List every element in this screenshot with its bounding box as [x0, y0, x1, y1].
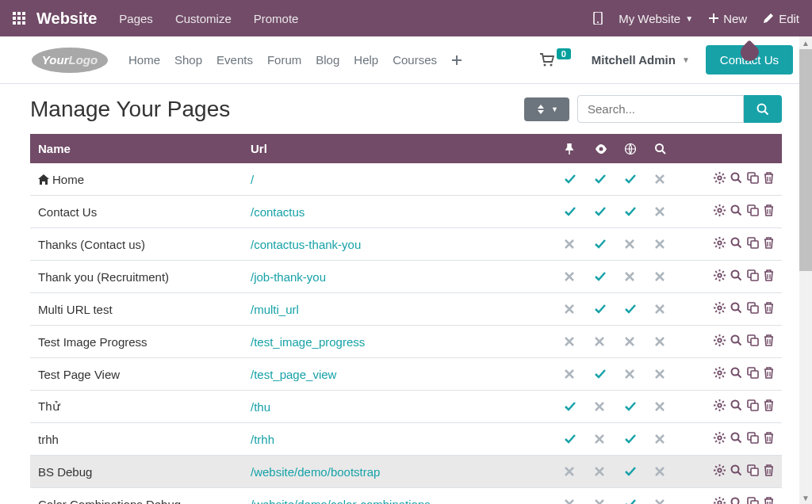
cell-visible[interactable]	[588, 261, 619, 293]
manage-icon[interactable]	[714, 334, 726, 346]
website-selector[interactable]: My Website ▼	[619, 12, 693, 25]
cell-pin[interactable]	[558, 326, 588, 358]
delete-icon[interactable]	[764, 367, 774, 379]
cell-indexed[interactable]	[649, 163, 679, 196]
scrollbar-up-icon[interactable]: ▲	[799, 36, 812, 49]
nav-courses[interactable]: Courses	[393, 53, 437, 67]
cell-visible[interactable]	[588, 326, 619, 358]
cell-published[interactable]	[619, 293, 649, 326]
preview-icon[interactable]	[730, 237, 742, 249]
clone-icon[interactable]	[747, 237, 759, 249]
cell-indexed[interactable]	[649, 196, 679, 228]
cell-visible[interactable]	[588, 163, 619, 196]
cell-published[interactable]	[619, 423, 649, 456]
page-url-link[interactable]: /thu	[251, 400, 270, 414]
clone-icon[interactable]	[747, 497, 759, 504]
manage-icon[interactable]	[714, 302, 726, 314]
preview-icon[interactable]	[730, 204, 742, 216]
cell-published[interactable]	[619, 196, 649, 228]
col-visible[interactable]	[588, 134, 619, 163]
cell-visible[interactable]	[588, 391, 619, 423]
page-url-link[interactable]: /test_image_progress	[251, 335, 365, 349]
nav-events[interactable]: Events	[216, 53, 253, 67]
edit-button[interactable]: Edit	[763, 12, 799, 25]
cell-published[interactable]	[619, 261, 649, 293]
scrollbar[interactable]: ▲ ▼	[799, 36, 812, 504]
contact-us-button[interactable]: Contact Us	[706, 45, 793, 74]
clone-icon[interactable]	[747, 302, 759, 314]
clone-icon[interactable]	[747, 204, 759, 216]
col-published[interactable]	[619, 134, 649, 163]
manage-icon[interactable]	[714, 497, 726, 504]
app-brand[interactable]: Website	[36, 10, 97, 28]
delete-icon[interactable]	[764, 497, 774, 504]
new-button[interactable]: New	[709, 12, 747, 25]
delete-icon[interactable]	[764, 399, 774, 411]
manage-icon[interactable]	[714, 432, 726, 444]
cell-visible[interactable]	[588, 358, 619, 391]
cell-published[interactable]	[619, 358, 649, 391]
cell-published[interactable]	[619, 488, 649, 505]
clone-icon[interactable]	[747, 334, 759, 346]
add-menu-icon[interactable]	[451, 55, 462, 66]
cell-indexed[interactable]	[649, 391, 679, 423]
col-name[interactable]: Name	[30, 134, 244, 163]
cell-pin[interactable]	[558, 261, 588, 293]
delete-icon[interactable]	[764, 172, 774, 184]
page-url-link[interactable]: /job-thank-you	[251, 270, 326, 284]
preview-icon[interactable]	[730, 367, 742, 379]
cell-pin[interactable]	[558, 293, 588, 326]
user-menu[interactable]: Mitchell Admin ▼	[592, 53, 690, 67]
page-url-link[interactable]: /contactus-thank-you	[251, 238, 361, 251]
clone-icon[interactable]	[747, 172, 759, 184]
preview-icon[interactable]	[730, 497, 742, 504]
page-url-link[interactable]: /website/demo/bootstrap	[251, 465, 380, 479]
cell-visible[interactable]	[588, 196, 619, 228]
cell-pin[interactable]	[558, 456, 588, 488]
sort-button[interactable]: ▼	[524, 97, 569, 121]
clone-icon[interactable]	[747, 367, 759, 379]
page-url-link[interactable]: /contactus	[251, 205, 304, 219]
manage-icon[interactable]	[714, 464, 726, 476]
cell-visible[interactable]	[588, 228, 619, 261]
cell-pin[interactable]	[558, 228, 588, 261]
cell-indexed[interactable]	[649, 326, 679, 358]
preview-icon[interactable]	[730, 172, 742, 184]
cell-published[interactable]	[619, 391, 649, 423]
delete-icon[interactable]	[764, 464, 774, 476]
page-url-link[interactable]: /website/demo/color-combinations	[251, 498, 431, 505]
col-indexed[interactable]	[649, 134, 679, 163]
mobile-preview-icon[interactable]	[593, 12, 603, 25]
manage-icon[interactable]	[714, 367, 726, 379]
cell-visible[interactable]	[588, 488, 619, 505]
nav-home[interactable]: Home	[128, 53, 160, 67]
apps-icon[interactable]	[13, 12, 25, 25]
site-logo[interactable]: YourLogo	[30, 44, 109, 76]
cell-indexed[interactable]	[649, 228, 679, 261]
nav-help[interactable]: Help	[354, 53, 378, 67]
manage-icon[interactable]	[714, 269, 726, 281]
scrollbar-thumb[interactable]	[799, 49, 812, 271]
clone-icon[interactable]	[747, 399, 759, 411]
delete-icon[interactable]	[764, 334, 774, 346]
cell-indexed[interactable]	[649, 358, 679, 391]
page-url-link[interactable]: /	[251, 173, 254, 186]
cell-pin[interactable]	[558, 423, 588, 456]
delete-icon[interactable]	[764, 432, 774, 444]
cart-button[interactable]: 0	[539, 53, 571, 67]
col-pin[interactable]	[558, 134, 588, 163]
nav-blog[interactable]: Blog	[316, 53, 339, 67]
cell-pin[interactable]	[558, 196, 588, 228]
scrollbar-down-icon[interactable]: ▼	[799, 491, 812, 504]
cell-published[interactable]	[619, 228, 649, 261]
manage-icon[interactable]	[714, 237, 726, 249]
delete-icon[interactable]	[764, 204, 774, 216]
col-url[interactable]: Url	[244, 134, 558, 163]
manage-icon[interactable]	[714, 204, 726, 216]
search-input[interactable]	[577, 95, 744, 123]
cell-published[interactable]	[619, 456, 649, 488]
manage-icon[interactable]	[714, 399, 726, 411]
preview-icon[interactable]	[730, 334, 742, 346]
cell-pin[interactable]	[558, 358, 588, 391]
clone-icon[interactable]	[747, 464, 759, 476]
